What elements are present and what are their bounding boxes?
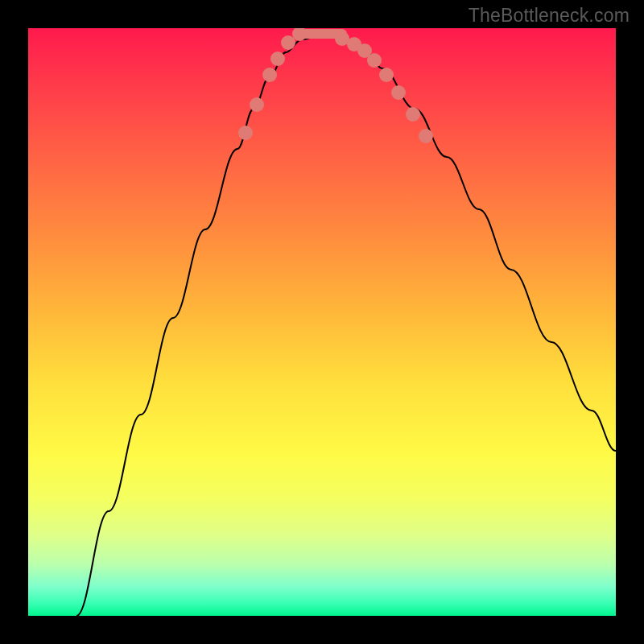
curve-marker <box>262 68 277 82</box>
curve-marker <box>419 129 433 143</box>
watermark-text: TheBottleneck.com <box>469 5 630 27</box>
curve-marker <box>281 35 295 50</box>
curve-marker <box>250 97 264 112</box>
chart-frame: TheBottleneck.com <box>0 0 644 644</box>
curve-marker <box>379 68 394 82</box>
bottleneck-curve <box>76 36 616 616</box>
curve-marker <box>270 52 285 66</box>
curve-markers-left <box>238 28 307 140</box>
curve-layer <box>28 28 616 616</box>
curve-marker <box>391 85 406 100</box>
plot-area <box>28 28 616 616</box>
curve-markers-right <box>335 31 433 143</box>
curve-marker <box>406 107 420 122</box>
curve-marker <box>238 126 253 140</box>
curve-marker <box>367 53 382 68</box>
